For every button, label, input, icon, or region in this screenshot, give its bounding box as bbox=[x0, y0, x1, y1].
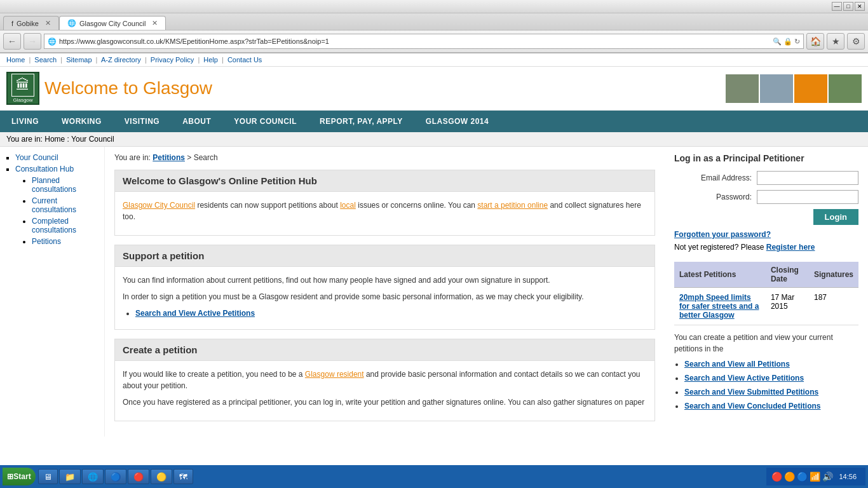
tab-bar: f Gobike ✕ 🌐 Glasgow City Council ✕ bbox=[0, 13, 868, 30]
address-url: https://www.glasgowconsult.co.uk/KMS/Epe… bbox=[59, 37, 773, 45]
logo-crest: 🏛 bbox=[11, 74, 34, 97]
petition-link-active: Search and View Active Petitions bbox=[684, 372, 858, 384]
breadcrumb-prefix: You are in: bbox=[114, 153, 153, 162]
nav-help[interactable]: Help bbox=[203, 56, 218, 64]
email-row: Email Address: bbox=[674, 171, 858, 185]
header-img-1 bbox=[726, 74, 759, 103]
sidebar-link-your-council[interactable]: Your Council bbox=[15, 153, 58, 162]
nav-your-council[interactable]: YOUR COUNCIL bbox=[222, 111, 308, 132]
page-wrapper: Home | Search | Sitemap | A-Z directory … bbox=[0, 53, 868, 458]
tab-glasgow-favicon: 🌐 bbox=[67, 19, 76, 27]
tab-gobike-close[interactable]: ✕ bbox=[45, 19, 51, 27]
page-content: Your Council Consultation Hub Planned co… bbox=[0, 147, 868, 437]
petitions-table: Latest Petitions Closing Date Signatures… bbox=[674, 262, 858, 325]
nav-visiting[interactable]: VISITING bbox=[113, 111, 171, 132]
back-button[interactable]: ← bbox=[3, 33, 21, 50]
login-button[interactable]: Login bbox=[813, 209, 858, 225]
tab-gobike[interactable]: f Gobike ✕ bbox=[3, 16, 59, 30]
sidebar-item-consultation-hub[interactable]: Consultation Hub Planned consultations C… bbox=[15, 165, 98, 246]
create-body-2: Once you have registered as a principal … bbox=[123, 396, 647, 408]
support-box-body: You can find information about current p… bbox=[115, 267, 654, 329]
create-box-header: Create a petition bbox=[115, 339, 654, 361]
logo-badge: 🏛 Glasgow bbox=[6, 72, 39, 105]
search-icon: 🔍 bbox=[773, 37, 782, 46]
tools-button[interactable]: ⚙ bbox=[847, 33, 865, 50]
nav-living[interactable]: LIVING bbox=[0, 111, 50, 132]
main-nav: LIVING WORKING VISITING ABOUT YOUR COUNC… bbox=[0, 111, 868, 132]
link-submitted-petitions[interactable]: Search and View Submitted Petitions bbox=[684, 388, 818, 396]
minimize-btn[interactable]: — bbox=[832, 2, 842, 11]
sidebar-item-planned[interactable]: Planned consultations bbox=[32, 176, 98, 194]
nav-working[interactable]: WORKING bbox=[50, 111, 113, 132]
link-all-petitions[interactable]: Search and View all Petitions bbox=[684, 360, 790, 369]
nav-about[interactable]: ABOUT bbox=[171, 111, 222, 132]
petition-title-cell: 20mph Speed limits for safer streets and… bbox=[674, 288, 766, 325]
welcome-body-text: Glasgow City Council residents can now s… bbox=[123, 200, 647, 222]
petition-links: Search and View all Petitions Search and… bbox=[674, 358, 858, 412]
petition-signatures-cell: 187 bbox=[809, 288, 858, 325]
sidebar-link-current[interactable]: Current consultations bbox=[32, 196, 76, 214]
password-row: Password: bbox=[674, 190, 858, 204]
sidebar-item-petitions[interactable]: Petitions bbox=[32, 237, 98, 246]
nav-search[interactable]: Search bbox=[34, 56, 57, 64]
sidebar-link-planned[interactable]: Planned consultations bbox=[32, 176, 76, 194]
glasgow-resident-link[interactable]: Glasgow resident bbox=[305, 370, 364, 379]
petitions-table-header-row: Latest Petitions Closing Date Signatures bbox=[674, 262, 858, 288]
nav-report[interactable]: REPORT, PAY, APPLY bbox=[308, 111, 414, 132]
sidebar-link-completed[interactable]: Completed consultations bbox=[32, 217, 76, 234]
petition-info-text: You can create a petition and view your … bbox=[674, 332, 858, 412]
local-link[interactable]: local bbox=[340, 201, 356, 210]
link-active-petitions[interactable]: Search and View Active Petitions bbox=[684, 374, 804, 383]
nav-az[interactable]: A-Z directory bbox=[101, 56, 141, 64]
password-input[interactable] bbox=[757, 190, 858, 204]
link-concluded-petitions[interactable]: Search and View Concluded Petitions bbox=[684, 402, 821, 410]
welcome-box: Welcome to Glasgow's Online Petition Hub… bbox=[114, 170, 655, 236]
register-paragraph: Not yet registered? Please Register here bbox=[674, 243, 858, 252]
sidebar-item-your-council[interactable]: Your Council bbox=[15, 153, 98, 162]
petition-title-link[interactable]: 20mph Speed limits for safer streets and… bbox=[679, 293, 759, 320]
tab-glasgow[interactable]: 🌐 Glasgow City Council ✕ bbox=[59, 16, 166, 30]
nav-glasgow2014[interactable]: GLASGOW 2014 bbox=[414, 111, 500, 132]
favorites-button[interactable]: ★ bbox=[827, 33, 844, 50]
page-breadcrumb: You are in: Petitions > Search bbox=[114, 153, 655, 162]
header-images bbox=[726, 74, 862, 103]
refresh-icon[interactable]: ↻ bbox=[794, 37, 800, 46]
forward-button[interactable]: → bbox=[24, 33, 41, 50]
table-row: 20mph Speed limits for safer streets and… bbox=[674, 288, 858, 325]
support-box: Support a petition You can find informat… bbox=[114, 245, 655, 330]
browser-toolbar: ← → 🌐 https://www.glasgowconsult.co.uk/K… bbox=[0, 30, 868, 53]
search-active-link[interactable]: Search and View Active Petitions bbox=[135, 309, 255, 318]
home-button[interactable]: 🏠 bbox=[806, 33, 824, 50]
forgot-password-link[interactable]: Forgotten your password? bbox=[674, 230, 771, 239]
tab-glasgow-label: Glasgow City Council bbox=[79, 20, 146, 27]
nav-privacy[interactable]: Privacy Policy bbox=[151, 56, 194, 64]
sidebar: Your Council Consultation Hub Planned co… bbox=[0, 147, 105, 437]
email-input[interactable] bbox=[757, 171, 858, 185]
sidebar-item-completed[interactable]: Completed consultations bbox=[32, 217, 98, 234]
nav-contact[interactable]: Contact Us bbox=[227, 56, 262, 64]
login-section: Log in as a Principal Petitioner Email A… bbox=[674, 153, 858, 252]
nav-sitemap[interactable]: Sitemap bbox=[66, 56, 92, 64]
maximize-btn[interactable]: □ bbox=[843, 2, 853, 11]
support-active-link-item: Search and View Active Petitions bbox=[135, 308, 647, 319]
password-label: Password: bbox=[688, 193, 752, 201]
start-petition-link[interactable]: start a petition online bbox=[477, 201, 548, 210]
close-btn[interactable]: ✕ bbox=[855, 2, 865, 11]
petition-link-all: Search and View all Petitions bbox=[684, 358, 858, 370]
petition-link-concluded: Search and View Concluded Petitions bbox=[684, 400, 858, 412]
forgot-link-paragraph: Forgotten your password? bbox=[674, 230, 858, 239]
petition-link-submitted: Search and View Submitted Petitions bbox=[684, 386, 858, 398]
browser-chrome: — □ ✕ f Gobike ✕ 🌐 Glasgow City Council … bbox=[0, 0, 868, 53]
address-bar[interactable]: 🌐 https://www.glasgowconsult.co.uk/KMS/E… bbox=[44, 34, 804, 49]
petition-info-paragraph: You can create a petition and view your … bbox=[674, 332, 858, 355]
sidebar-link-consultation-hub[interactable]: Consultation Hub bbox=[15, 165, 74, 173]
breadcrumb-petitions-link[interactable]: Petitions bbox=[153, 153, 185, 162]
glasgow-council-link[interactable]: Glasgow City Council bbox=[123, 201, 195, 210]
register-text: Not yet registered? Please bbox=[674, 243, 766, 252]
sidebar-item-current[interactable]: Current consultations bbox=[32, 196, 98, 214]
tab-glasgow-close[interactable]: ✕ bbox=[152, 19, 158, 27]
nav-home[interactable]: Home bbox=[6, 56, 25, 64]
register-link[interactable]: Register here bbox=[766, 243, 815, 252]
sidebar-link-petitions[interactable]: Petitions bbox=[32, 237, 61, 246]
create-body-1: If you would like to create a petition, … bbox=[123, 369, 647, 391]
